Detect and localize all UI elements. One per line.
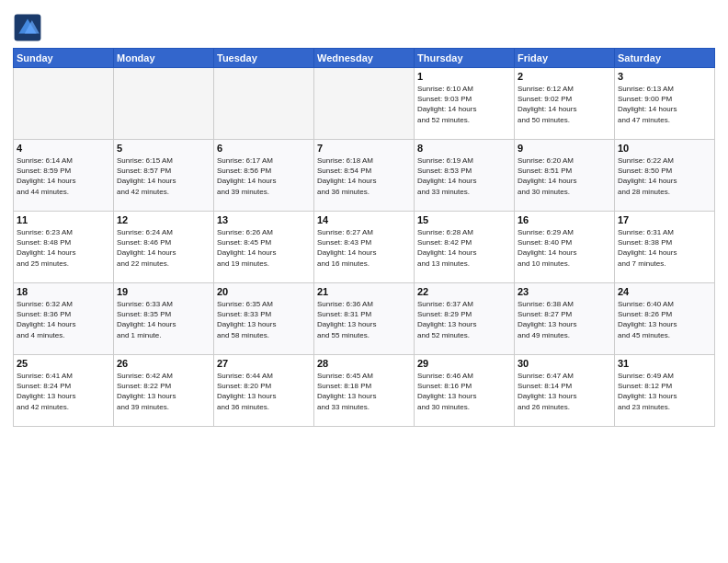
day-number: 23: [518, 286, 611, 297]
day-number: 25: [17, 358, 110, 369]
calendar-cell: 13Sunrise: 6:26 AM Sunset: 8:45 PM Dayli…: [214, 212, 314, 283]
day-info: Sunrise: 6:12 AM Sunset: 9:02 PM Dayligh…: [518, 84, 611, 125]
calendar-cell: 7Sunrise: 6:18 AM Sunset: 8:54 PM Daylig…: [314, 140, 415, 212]
day-info: Sunrise: 6:28 AM Sunset: 8:42 PM Dayligh…: [417, 227, 511, 269]
day-header-saturday: Saturday: [615, 49, 715, 68]
calendar-cell: 2Sunrise: 6:12 AM Sunset: 9:02 PM Daylig…: [515, 68, 615, 140]
day-info: Sunrise: 6:45 AM Sunset: 8:18 PM Dayligh…: [317, 371, 411, 412]
day-info: Sunrise: 6:26 AM Sunset: 8:45 PM Dayligh…: [217, 227, 311, 269]
day-header-tuesday: Tuesday: [214, 49, 314, 68]
calendar-table: SundayMondayTuesdayWednesdayThursdayFrid…: [13, 48, 715, 427]
day-info: Sunrise: 6:13 AM Sunset: 9:00 PM Dayligh…: [618, 84, 711, 125]
day-info: Sunrise: 6:44 AM Sunset: 8:20 PM Dayligh…: [217, 371, 311, 412]
calendar-cell: 14Sunrise: 6:27 AM Sunset: 8:43 PM Dayli…: [314, 212, 415, 283]
day-header-wednesday: Wednesday: [314, 49, 415, 68]
calendar-cell: 8Sunrise: 6:19 AM Sunset: 8:53 PM Daylig…: [415, 140, 515, 212]
calendar-cell: 20Sunrise: 6:35 AM Sunset: 8:33 PM Dayli…: [214, 283, 314, 355]
day-header-friday: Friday: [515, 49, 615, 68]
day-number: 16: [518, 214, 611, 225]
day-number: 30: [518, 358, 611, 369]
calendar-cell: 5Sunrise: 6:15 AM Sunset: 8:57 PM Daylig…: [114, 140, 214, 212]
day-info: Sunrise: 6:36 AM Sunset: 8:31 PM Dayligh…: [317, 299, 411, 340]
day-info: Sunrise: 6:33 AM Sunset: 8:35 PM Dayligh…: [117, 299, 210, 340]
calendar-cell: [314, 68, 415, 140]
logo: [13, 13, 46, 42]
day-info: Sunrise: 6:40 AM Sunset: 8:26 PM Dayligh…: [618, 299, 711, 340]
calendar-cell: 12Sunrise: 6:24 AM Sunset: 8:46 PM Dayli…: [114, 212, 214, 283]
day-info: Sunrise: 6:38 AM Sunset: 8:27 PM Dayligh…: [518, 299, 611, 340]
day-header-thursday: Thursday: [415, 49, 515, 68]
day-number: 11: [17, 214, 110, 225]
calendar-cell: 4Sunrise: 6:14 AM Sunset: 8:59 PM Daylig…: [14, 140, 114, 212]
calendar-cell: 25Sunrise: 6:41 AM Sunset: 8:24 PM Dayli…: [14, 355, 114, 427]
week-row-3: 11Sunrise: 6:23 AM Sunset: 8:48 PM Dayli…: [14, 212, 715, 283]
day-info: Sunrise: 6:14 AM Sunset: 8:59 PM Dayligh…: [17, 155, 110, 197]
day-number: 5: [117, 143, 210, 154]
day-info: Sunrise: 6:20 AM Sunset: 8:51 PM Dayligh…: [518, 155, 611, 197]
day-number: 15: [417, 214, 511, 225]
day-info: Sunrise: 6:27 AM Sunset: 8:43 PM Dayligh…: [317, 227, 411, 269]
calendar-cell: 1Sunrise: 6:10 AM Sunset: 9:03 PM Daylig…: [415, 68, 515, 140]
day-info: Sunrise: 6:37 AM Sunset: 8:29 PM Dayligh…: [417, 299, 511, 340]
calendar-cell: 16Sunrise: 6:29 AM Sunset: 8:40 PM Dayli…: [515, 212, 615, 283]
calendar-cell: [14, 68, 114, 140]
day-number: 10: [618, 143, 711, 154]
day-info: Sunrise: 6:47 AM Sunset: 8:14 PM Dayligh…: [518, 371, 611, 412]
week-row-1: 1Sunrise: 6:10 AM Sunset: 9:03 PM Daylig…: [14, 68, 715, 140]
day-number: 13: [217, 214, 311, 225]
calendar-cell: 26Sunrise: 6:42 AM Sunset: 8:22 PM Dayli…: [114, 355, 214, 427]
week-row-4: 18Sunrise: 6:32 AM Sunset: 8:36 PM Dayli…: [14, 283, 715, 355]
day-number: 26: [117, 358, 210, 369]
calendar-cell: 29Sunrise: 6:46 AM Sunset: 8:16 PM Dayli…: [415, 355, 515, 427]
week-row-2: 4Sunrise: 6:14 AM Sunset: 8:59 PM Daylig…: [14, 140, 715, 212]
calendar-cell: 21Sunrise: 6:36 AM Sunset: 8:31 PM Dayli…: [314, 283, 415, 355]
day-number: 2: [518, 71, 611, 82]
day-number: 4: [17, 143, 110, 154]
day-number: 8: [417, 143, 511, 154]
calendar-header: SundayMondayTuesdayWednesdayThursdayFrid…: [14, 49, 715, 68]
day-number: 6: [217, 143, 311, 154]
day-number: 18: [17, 286, 110, 297]
calendar-cell: 27Sunrise: 6:44 AM Sunset: 8:20 PM Dayli…: [214, 355, 314, 427]
day-number: 21: [317, 286, 411, 297]
calendar-cell: 30Sunrise: 6:47 AM Sunset: 8:14 PM Dayli…: [515, 355, 615, 427]
days-row: SundayMondayTuesdayWednesdayThursdayFrid…: [14, 49, 715, 68]
calendar-cell: 31Sunrise: 6:49 AM Sunset: 8:12 PM Dayli…: [615, 355, 715, 427]
calendar-cell: 17Sunrise: 6:31 AM Sunset: 8:38 PM Dayli…: [615, 212, 715, 283]
logo-icon: [13, 13, 42, 42]
day-number: 1: [417, 71, 511, 82]
day-info: Sunrise: 6:49 AM Sunset: 8:12 PM Dayligh…: [618, 371, 711, 412]
day-info: Sunrise: 6:31 AM Sunset: 8:38 PM Dayligh…: [618, 227, 711, 269]
calendar-cell: 28Sunrise: 6:45 AM Sunset: 8:18 PM Dayli…: [314, 355, 415, 427]
week-row-5: 25Sunrise: 6:41 AM Sunset: 8:24 PM Dayli…: [14, 355, 715, 427]
day-info: Sunrise: 6:23 AM Sunset: 8:48 PM Dayligh…: [17, 227, 110, 269]
day-number: 7: [317, 143, 411, 154]
calendar-cell: 18Sunrise: 6:32 AM Sunset: 8:36 PM Dayli…: [14, 283, 114, 355]
day-info: Sunrise: 6:15 AM Sunset: 8:57 PM Dayligh…: [117, 155, 210, 197]
day-number: 24: [618, 286, 711, 297]
calendar-cell: 11Sunrise: 6:23 AM Sunset: 8:48 PM Dayli…: [14, 212, 114, 283]
day-number: 14: [317, 214, 411, 225]
calendar-body: 1Sunrise: 6:10 AM Sunset: 9:03 PM Daylig…: [14, 68, 715, 427]
day-number: 9: [518, 143, 611, 154]
day-number: 19: [117, 286, 210, 297]
calendar-cell: 9Sunrise: 6:20 AM Sunset: 8:51 PM Daylig…: [515, 140, 615, 212]
day-info: Sunrise: 6:24 AM Sunset: 8:46 PM Dayligh…: [117, 227, 210, 269]
day-number: 28: [317, 358, 411, 369]
calendar-cell: 22Sunrise: 6:37 AM Sunset: 8:29 PM Dayli…: [415, 283, 515, 355]
day-info: Sunrise: 6:32 AM Sunset: 8:36 PM Dayligh…: [17, 299, 110, 340]
calendar-cell: 10Sunrise: 6:22 AM Sunset: 8:50 PM Dayli…: [615, 140, 715, 212]
day-number: 31: [618, 358, 711, 369]
day-info: Sunrise: 6:17 AM Sunset: 8:56 PM Dayligh…: [217, 155, 311, 197]
day-number: 20: [217, 286, 311, 297]
calendar-cell: 24Sunrise: 6:40 AM Sunset: 8:26 PM Dayli…: [615, 283, 715, 355]
day-info: Sunrise: 6:41 AM Sunset: 8:24 PM Dayligh…: [17, 371, 110, 412]
day-number: 3: [618, 71, 711, 82]
calendar-cell: 15Sunrise: 6:28 AM Sunset: 8:42 PM Dayli…: [415, 212, 515, 283]
page-container: SundayMondayTuesdayWednesdayThursdayFrid…: [0, 0, 728, 436]
day-info: Sunrise: 6:35 AM Sunset: 8:33 PM Dayligh…: [217, 299, 311, 340]
day-info: Sunrise: 6:18 AM Sunset: 8:54 PM Dayligh…: [317, 155, 411, 197]
calendar-cell: 19Sunrise: 6:33 AM Sunset: 8:35 PM Dayli…: [114, 283, 214, 355]
calendar-cell: 23Sunrise: 6:38 AM Sunset: 8:27 PM Dayli…: [515, 283, 615, 355]
day-info: Sunrise: 6:29 AM Sunset: 8:40 PM Dayligh…: [518, 227, 611, 269]
